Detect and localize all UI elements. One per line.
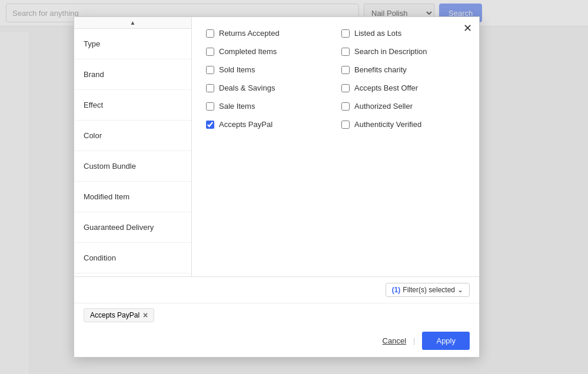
checkbox-authenticity-verified[interactable]: Authenticity Verified xyxy=(341,120,465,129)
action-bar: Cancel | Apply xyxy=(74,327,479,357)
checkbox-returns-accepted[interactable]: Returns Accepted xyxy=(206,29,330,38)
checkbox-benefits-charity-label[interactable]: Benefits charity xyxy=(354,65,407,74)
modal-footer: (1) Filter(s) selected ⌄ Accepts PayPal … xyxy=(74,276,479,357)
checkbox-deals-savings[interactable]: Deals & Savings xyxy=(206,84,330,92)
scroll-up-icon: ▲ xyxy=(130,19,136,26)
filter-count-bar: (1) Filter(s) selected ⌄ xyxy=(74,277,479,303)
checkbox-authenticity-verified-input[interactable] xyxy=(341,121,350,129)
filter-options-content: Returns Accepted Listed as Lots Complete… xyxy=(192,17,479,276)
checkbox-sold-items-input[interactable] xyxy=(206,66,214,74)
checkbox-authenticity-verified-label[interactable]: Authenticity Verified xyxy=(354,120,421,129)
checkbox-accepts-paypal-input[interactable] xyxy=(206,121,214,129)
filter-modal: ✕ ▲ Type Brand Effect Color Custom Bundl… xyxy=(74,16,480,358)
checkbox-authorized-seller[interactable]: Authorized Seller xyxy=(341,102,465,111)
checkbox-accepts-best-offer-label[interactable]: Accepts Best Offer xyxy=(354,84,418,92)
applied-filter-tag-accepts-paypal: Accepts PayPal × xyxy=(84,308,154,322)
checkbox-sale-items-input[interactable] xyxy=(206,102,214,111)
applied-filter-label: Accepts PayPal xyxy=(90,311,139,319)
filter-count-text: Filter(s) selected xyxy=(403,286,455,294)
apply-button[interactable]: Apply xyxy=(422,332,470,350)
scroll-top-indicator: ▲ xyxy=(74,17,191,29)
applied-filters-bar: Accepts PayPal × xyxy=(74,303,479,327)
checkbox-benefits-charity-input[interactable] xyxy=(341,66,350,74)
sidebar-item-custom-bundle[interactable]: Custom Bundle xyxy=(74,151,191,182)
checkbox-grid: Returns Accepted Listed as Lots Complete… xyxy=(206,29,465,129)
checkbox-accepts-paypal-label[interactable]: Accepts PayPal xyxy=(219,120,273,129)
filter-count-chevron-icon: ⌄ xyxy=(457,286,463,294)
checkbox-accepts-best-offer-input[interactable] xyxy=(341,84,350,92)
checkbox-sale-items-label[interactable]: Sale Items xyxy=(219,102,255,111)
checkbox-deals-savings-input[interactable] xyxy=(206,84,214,92)
checkbox-listed-as-lots[interactable]: Listed as Lots xyxy=(341,29,465,38)
checkbox-authorized-seller-input[interactable] xyxy=(341,102,350,111)
checkbox-search-description-label[interactable]: Search in Description xyxy=(354,47,427,56)
sidebar-item-color[interactable]: Color xyxy=(74,121,191,151)
sidebar-item-guaranteed-delivery-label: Guaranteed Delivery xyxy=(84,223,154,232)
checkbox-returns-accepted-input[interactable] xyxy=(206,29,214,38)
sidebar-item-type[interactable]: Type xyxy=(74,29,191,59)
checkbox-sold-items-label[interactable]: Sold Items xyxy=(219,65,255,74)
checkbox-listed-as-lots-label[interactable]: Listed as Lots xyxy=(354,29,401,38)
sidebar-item-condition[interactable]: Condition xyxy=(74,243,191,273)
sidebar-item-type-label: Type xyxy=(84,39,100,48)
filter-count-badge[interactable]: (1) Filter(s) selected ⌄ xyxy=(386,283,470,297)
checkbox-search-description-input[interactable] xyxy=(341,48,350,56)
checkbox-accepts-paypal[interactable]: Accepts PayPal xyxy=(206,120,330,129)
sidebar-item-effect[interactable]: Effect xyxy=(74,90,191,121)
modal-close-button[interactable]: ✕ xyxy=(463,23,472,34)
checkbox-sale-items[interactable]: Sale Items xyxy=(206,102,330,111)
checkbox-sold-items[interactable]: Sold Items xyxy=(206,65,330,74)
sidebar-item-color-label: Color xyxy=(84,131,102,140)
checkbox-completed-items-label[interactable]: Completed Items xyxy=(219,47,277,56)
sidebar-item-brand-label: Brand xyxy=(84,70,104,79)
sidebar-item-guaranteed-delivery[interactable]: Guaranteed Delivery xyxy=(74,212,191,243)
checkbox-search-description[interactable]: Search in Description xyxy=(341,47,465,56)
sidebar-item-condition-label: Condition xyxy=(84,253,116,262)
checkbox-deals-savings-label[interactable]: Deals & Savings xyxy=(219,84,275,92)
sidebar-item-custom-bundle-label: Custom Bundle xyxy=(84,162,136,171)
checkbox-completed-items-input[interactable] xyxy=(206,48,214,56)
checkbox-benefits-charity[interactable]: Benefits charity xyxy=(341,65,465,74)
checkbox-listed-as-lots-input[interactable] xyxy=(341,29,350,38)
action-divider: | xyxy=(413,336,415,345)
sidebar-item-modified-item-label: Modified Item xyxy=(84,192,129,201)
filter-sidebar: ▲ Type Brand Effect Color Custom Bundle … xyxy=(74,17,192,276)
modal-body: ▲ Type Brand Effect Color Custom Bundle … xyxy=(74,17,479,276)
sidebar-item-modified-item[interactable]: Modified Item xyxy=(74,182,191,212)
sidebar-item-brand[interactable]: Brand xyxy=(74,59,191,90)
checkbox-completed-items[interactable]: Completed Items xyxy=(206,47,330,56)
filter-count-number: (1) xyxy=(392,286,401,294)
checkbox-authorized-seller-label[interactable]: Authorized Seller xyxy=(354,102,413,111)
cancel-button[interactable]: Cancel xyxy=(383,336,406,345)
checkbox-returns-accepted-label[interactable]: Returns Accepted xyxy=(219,29,280,38)
sidebar-item-effect-label: Effect xyxy=(84,101,103,109)
tag-remove-button[interactable]: × xyxy=(143,311,148,319)
checkbox-accepts-best-offer[interactable]: Accepts Best Offer xyxy=(341,84,465,92)
